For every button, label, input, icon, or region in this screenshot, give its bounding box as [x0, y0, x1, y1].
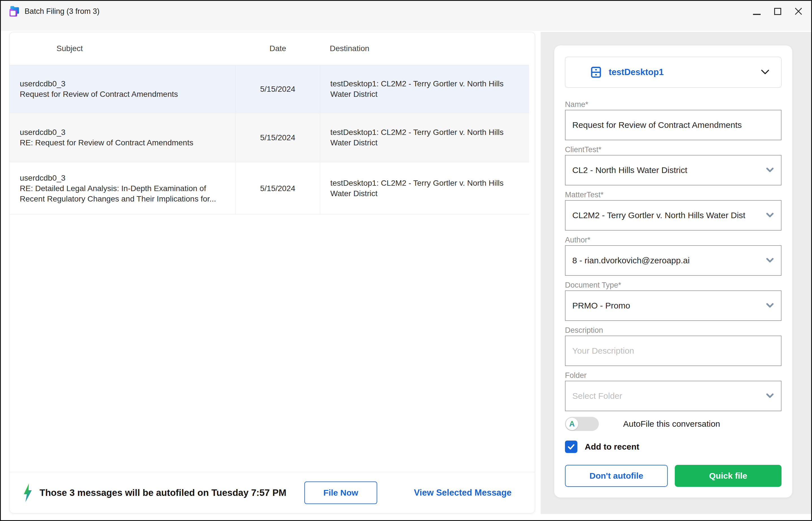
titlebar: Batch Filing (3 from 3) — [1, 1, 811, 31]
client-select-value: CL2 - North Hills Water District — [572, 165, 687, 175]
destination-cell: testDesktop1: CL2M2 - Terry Gortler v. N… — [320, 162, 529, 214]
message-subject: Request for Review of Contract Amendment… — [20, 89, 227, 99]
folder-label: Folder — [565, 371, 782, 380]
chevron-down-icon — [766, 212, 774, 218]
minimize-icon — [753, 14, 761, 15]
add-to-recent-row[interactable]: Add to recent — [565, 440, 782, 453]
matter-select[interactable]: CL2M2 - Terry Gortler v. North Hills Wat… — [565, 200, 782, 231]
name-input[interactable] — [565, 110, 782, 140]
autofile-status-bar: Those 3 messages will be autofiled on Tu… — [9, 472, 535, 513]
column-header-destination[interactable]: Destination — [320, 44, 535, 53]
autofile-status-text: Those 3 messages will be autofiled on Tu… — [40, 488, 286, 498]
maximize-button[interactable] — [773, 6, 782, 16]
message-list: userdcdb0_3 Request for Review of Contra… — [9, 65, 535, 472]
client-label: ClientTest* — [565, 145, 782, 154]
message-row[interactable]: userdcdb0_3 Request for Review of Contra… — [9, 65, 529, 113]
name-label: Name* — [565, 100, 782, 109]
dont-autofile-button[interactable]: Don't autofile — [565, 465, 668, 487]
autofile-toggle-knob: A — [566, 418, 578, 430]
file-cabinet-icon — [589, 66, 603, 79]
destination-selector[interactable]: testDesktop1 — [565, 57, 782, 88]
autofile-badge: A — [569, 420, 575, 428]
autofile-toggle-row: A AutoFile this conversation — [565, 417, 782, 431]
message-sender: userdcdb0_3 — [20, 127, 227, 137]
date-cell: 5/15/2024 — [235, 65, 320, 113]
table-header: Subject Date Destination — [9, 32, 535, 65]
folder-select[interactable]: Select Folder — [565, 381, 782, 411]
check-icon — [567, 442, 576, 451]
add-to-recent-checkbox[interactable] — [565, 440, 578, 453]
author-select[interactable]: 8 - rian.dvorkovich@zeroapp.ai — [565, 245, 782, 276]
date-cell: 5/15/2024 — [235, 114, 320, 161]
message-subject: RE: Detailed Legal Analysis: In-Depth Ex… — [20, 183, 227, 204]
subject-cell: userdcdb0_3 Request for Review of Contra… — [9, 65, 235, 113]
add-to-recent-label: Add to recent — [585, 442, 639, 452]
author-select-value: 8 - rian.dvorkovich@zeroapp.ai — [572, 256, 690, 265]
folder-select-placeholder: Select Folder — [572, 391, 622, 401]
minimize-button[interactable] — [752, 6, 762, 16]
message-subject: RE: Request for Review of Contract Amend… — [20, 137, 227, 148]
subject-cell: userdcdb0_3 RE: Detailed Legal Analysis:… — [9, 162, 235, 214]
client-select[interactable]: CL2 - North Hills Water District — [565, 155, 782, 185]
filing-form-card: testDesktop1 Name* ClientTest* CL2 - Nor… — [554, 45, 792, 498]
chevron-down-icon — [760, 69, 770, 75]
window-title: Batch Filing (3 from 3) — [25, 7, 100, 16]
file-now-button[interactable]: File Now — [304, 481, 377, 504]
matter-select-value: CL2M2 - Terry Gortler v. North Hills Wat… — [572, 210, 745, 220]
description-input[interactable] — [565, 336, 782, 366]
message-row[interactable]: userdcdb0_3 RE: Request for Review of Co… — [9, 113, 529, 161]
lightning-icon — [23, 483, 33, 502]
maximize-icon — [774, 8, 781, 15]
filing-panel: testDesktop1 Name* ClientTest* CL2 - Nor… — [541, 32, 811, 514]
destination-cell: testDesktop1: CL2M2 - Terry Gortler v. N… — [320, 114, 529, 161]
chevron-down-icon — [766, 258, 774, 263]
subject-cell: userdcdb0_3 RE: Request for Review of Co… — [9, 114, 235, 161]
chevron-down-icon — [766, 393, 774, 399]
document-type-label: Document Type* — [565, 281, 782, 289]
description-label: Description — [565, 326, 782, 335]
document-type-select[interactable]: PRMO - Promo — [565, 290, 782, 321]
document-type-select-value: PRMO - Promo — [572, 301, 630, 311]
quick-file-button[interactable]: Quick file — [675, 465, 782, 487]
date-cell: 5/15/2024 — [235, 162, 320, 214]
message-sender: userdcdb0_3 — [20, 173, 227, 183]
matter-label: MatterTest* — [565, 190, 782, 199]
autofile-toggle[interactable]: A — [565, 417, 599, 431]
chevron-down-icon — [766, 303, 774, 309]
close-icon — [794, 7, 803, 16]
view-selected-message-link[interactable]: View Selected Message — [414, 472, 512, 513]
message-sender: userdcdb0_3 — [20, 78, 227, 89]
batch-filing-window: { "titlebar": { "title": "Batch Filing (… — [0, 0, 812, 521]
messages-card: Subject Date Destination userdcdb0_3 Req… — [9, 32, 535, 513]
column-header-date[interactable]: Date — [235, 44, 320, 53]
app-folders-icon — [9, 5, 20, 17]
chevron-down-icon — [766, 167, 774, 173]
column-header-subject[interactable]: Subject — [9, 44, 235, 53]
author-label: Author* — [565, 236, 782, 244]
autofile-toggle-label: AutoFile this conversation — [623, 419, 720, 429]
window-controls — [752, 6, 803, 16]
close-button[interactable] — [794, 6, 803, 16]
destination-cell: testDesktop1: CL2M2 - Terry Gortler v. N… — [320, 65, 529, 113]
action-buttons: Don't autofile Quick file — [565, 465, 782, 487]
destination-selector-value: testDesktop1 — [609, 67, 760, 77]
message-row[interactable]: userdcdb0_3 RE: Detailed Legal Analysis:… — [9, 162, 529, 214]
